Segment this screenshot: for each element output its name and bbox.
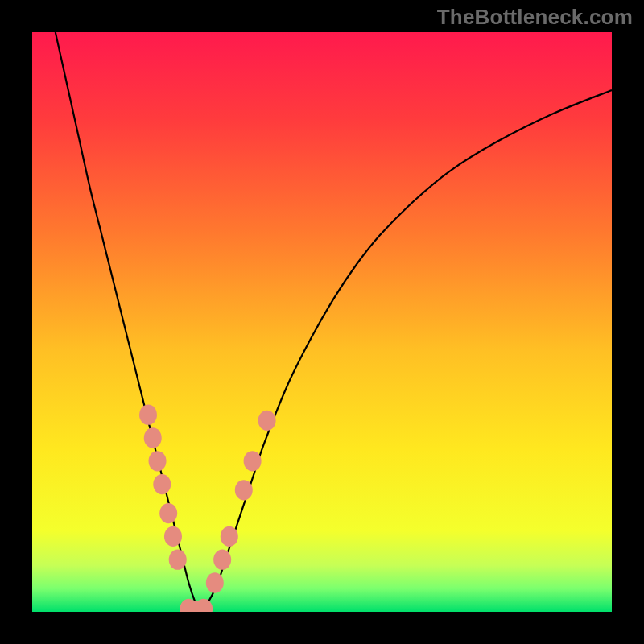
data-marker xyxy=(164,526,182,547)
bottleneck-chart xyxy=(32,32,612,612)
data-marker xyxy=(221,526,238,547)
gradient-background xyxy=(32,32,612,612)
data-marker xyxy=(206,572,224,592)
watermark-text: TheBottleneck.com xyxy=(437,5,633,30)
data-marker xyxy=(149,451,167,471)
data-marker xyxy=(258,411,276,431)
data-marker xyxy=(159,503,177,523)
data-marker xyxy=(235,480,253,500)
data-marker xyxy=(213,550,231,570)
data-marker xyxy=(244,451,262,471)
data-marker xyxy=(153,474,171,494)
chart-frame: TheBottleneck.com xyxy=(0,0,644,644)
data-marker xyxy=(169,550,187,570)
data-marker xyxy=(139,405,157,425)
data-marker xyxy=(144,427,162,448)
